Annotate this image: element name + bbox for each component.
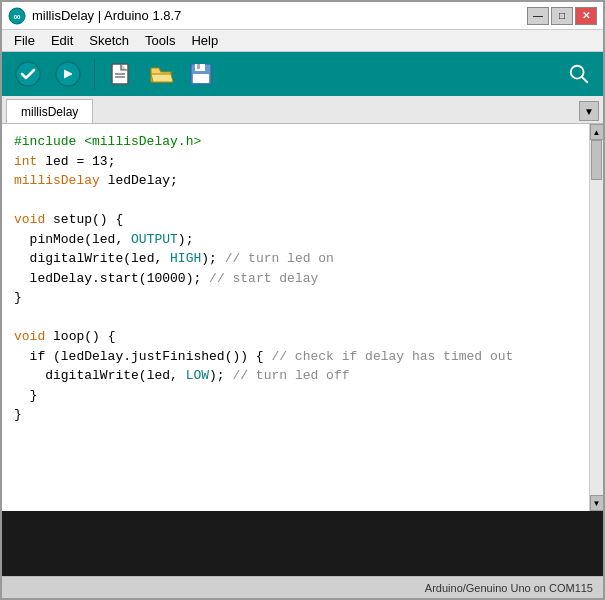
title-bar-left: ∞ millisDelay | Arduino 1.8.7 <box>8 7 181 25</box>
save-button[interactable] <box>183 57 219 91</box>
code-line: if (ledDelay.justFinished()) { // check … <box>14 347 577 367</box>
editor-container: #include <millisDelay.h>int led = 13;mil… <box>2 124 603 511</box>
code-line: #include <millisDelay.h> <box>14 132 577 152</box>
status-text: Arduino/Genuino Uno on COM115 <box>425 582 593 594</box>
scroll-down-arrow[interactable]: ▼ <box>590 495 604 511</box>
app-logo: ∞ <box>8 7 26 25</box>
code-line <box>14 191 577 211</box>
menu-item-tools[interactable]: Tools <box>137 31 183 50</box>
code-line: void setup() { <box>14 210 577 230</box>
upload-button[interactable] <box>50 57 86 91</box>
code-token <box>45 329 53 344</box>
title-bar: ∞ millisDelay | Arduino 1.8.7 — □ ✕ <box>2 2 603 30</box>
svg-rect-9 <box>193 74 209 83</box>
code-token: } <box>14 407 22 422</box>
svg-line-12 <box>582 77 588 83</box>
minimize-button[interactable]: — <box>527 7 549 25</box>
code-token: } <box>14 388 37 403</box>
upload-icon <box>54 60 82 88</box>
code-token: ledDelay; <box>100 173 178 188</box>
code-line: ledDelay.start(10000); // start delay <box>14 269 577 289</box>
main-window: ∞ millisDelay | Arduino 1.8.7 — □ ✕ File… <box>0 0 605 600</box>
code-token: ( <box>139 271 147 286</box>
tab-label: millisDelay <box>21 105 78 119</box>
code-token: HIGH <box>170 251 201 266</box>
code-token <box>14 368 45 383</box>
code-line: void loop() { <box>14 327 577 347</box>
code-token: (led, <box>123 251 170 266</box>
code-line: digitalWrite(led, LOW); // turn led off <box>14 366 577 386</box>
menu-item-file[interactable]: File <box>6 31 43 50</box>
code-token: LOW <box>186 368 209 383</box>
open-button[interactable] <box>143 57 179 91</box>
code-editor[interactable]: #include <millisDelay.h>int led = 13;mil… <box>2 124 589 511</box>
toolbar-divider <box>94 59 95 89</box>
verify-icon <box>14 60 42 88</box>
code-token: if (ledDelay. <box>14 349 131 364</box>
title-bar-controls: — □ ✕ <box>527 7 597 25</box>
code-token: setup <box>53 212 92 227</box>
scroll-track <box>590 140 603 495</box>
menu-item-edit[interactable]: Edit <box>43 31 81 50</box>
code-token: millisDelay <box>14 173 100 188</box>
menu-item-sketch[interactable]: Sketch <box>81 31 137 50</box>
scroll-up-arrow[interactable]: ▲ <box>590 124 604 140</box>
status-bar: Arduino/Genuino Uno on COM115 <box>2 576 603 598</box>
scroll-thumb[interactable] <box>591 140 602 180</box>
tab-dropdown-button[interactable]: ▼ <box>579 101 599 121</box>
code-token: void <box>14 212 45 227</box>
open-icon <box>147 60 175 88</box>
code-line <box>14 308 577 328</box>
output-area <box>2 511 603 576</box>
code-line: } <box>14 288 577 308</box>
window-title: millisDelay | Arduino 1.8.7 <box>32 8 181 23</box>
code-token: ; <box>108 154 116 169</box>
code-token: ); <box>178 232 194 247</box>
close-button[interactable]: ✕ <box>575 7 597 25</box>
code-token <box>45 212 53 227</box>
code-token: int <box>14 154 37 169</box>
chevron-down-icon: ▼ <box>584 106 594 117</box>
code-token: () { <box>92 212 123 227</box>
tab-bar: millisDelay ▼ <box>2 96 603 124</box>
code-token: 13 <box>92 154 108 169</box>
code-token: void <box>14 329 45 344</box>
code-token: loop <box>53 329 84 344</box>
code-token: pinMode <box>30 232 85 247</box>
code-line: } <box>14 405 577 425</box>
code-token: // turn led on <box>225 251 334 266</box>
code-token: OUTPUT <box>131 232 178 247</box>
menu-item-help[interactable]: Help <box>183 31 226 50</box>
code-token: ()) { <box>225 349 272 364</box>
code-token: led = <box>37 154 92 169</box>
toolbar-right <box>563 58 595 90</box>
search-button[interactable] <box>563 58 595 90</box>
toolbar <box>2 52 603 96</box>
code-token: justFinished <box>131 349 225 364</box>
code-token: ledDelay. <box>14 271 100 286</box>
active-tab[interactable]: millisDelay <box>6 99 93 123</box>
code-token: #include <millisDelay.h> <box>14 134 201 149</box>
code-token <box>14 232 30 247</box>
code-token <box>14 251 30 266</box>
code-token: digitalWrite <box>45 368 139 383</box>
svg-text:∞: ∞ <box>13 11 20 22</box>
search-icon <box>568 63 590 85</box>
new-icon <box>107 60 135 88</box>
code-line: digitalWrite(led, HIGH); // turn led on <box>14 249 577 269</box>
code-line: pinMode(led, OUTPUT); <box>14 230 577 250</box>
svg-rect-10 <box>197 64 200 69</box>
vertical-scrollbar[interactable]: ▲ ▼ <box>589 124 603 511</box>
code-token: ); <box>209 368 232 383</box>
toolbar-left <box>10 57 219 91</box>
code-token: // turn led off <box>232 368 349 383</box>
code-token: (led, <box>139 368 186 383</box>
new-button[interactable] <box>103 57 139 91</box>
verify-button[interactable] <box>10 57 46 91</box>
code-token: // check if delay has timed out <box>271 349 513 364</box>
code-token: } <box>14 290 22 305</box>
maximize-button[interactable]: □ <box>551 7 573 25</box>
code-token: ); <box>201 251 224 266</box>
code-token: 10000 <box>147 271 186 286</box>
svg-point-2 <box>16 62 40 86</box>
